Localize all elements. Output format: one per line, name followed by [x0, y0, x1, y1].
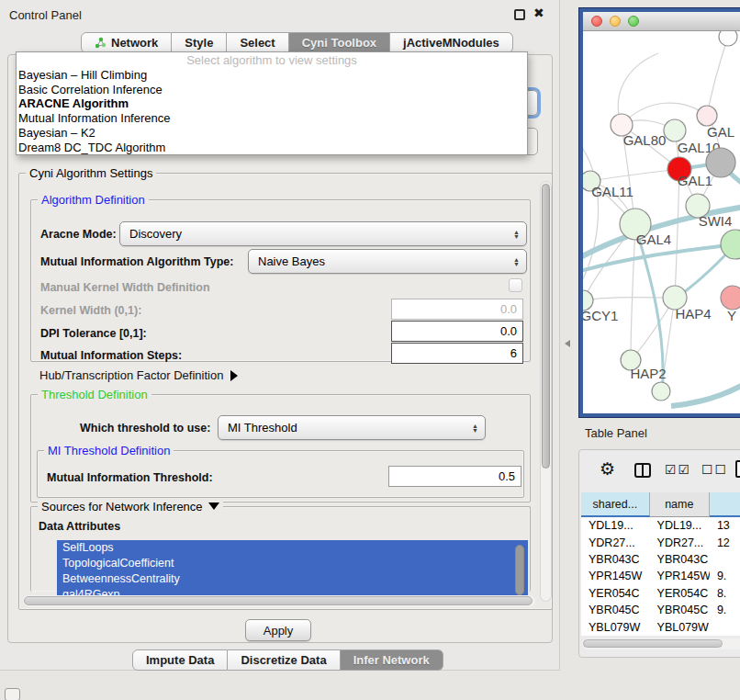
network-node[interactable]: [721, 230, 740, 259]
tab-jactivemnodules[interactable]: jActiveMNodules: [390, 32, 513, 53]
node-label: HAP2: [630, 366, 666, 381]
table-cell: 9.: [710, 602, 740, 618]
algorithm-option[interactable]: ARACNE Algorithm: [17, 96, 527, 111]
table-cell: YBR045C: [581, 602, 650, 618]
table-row[interactable]: YBL079WYBL079W: [581, 618, 740, 635]
settings-vscroll-thumb[interactable]: [542, 184, 550, 469]
dpi-tolerance-field[interactable]: 0.0: [391, 321, 523, 342]
tab-cyni-toolbox[interactable]: Cyni Toolbox: [289, 32, 390, 53]
settings-hscroll-thumb[interactable]: [24, 596, 533, 605]
node-label: GAL11: [591, 184, 633, 199]
mi-type-label: Mutual Information Algorithm Type:: [40, 255, 233, 268]
table-cell: YBR043C: [650, 551, 710, 568]
hub-definition-toggle[interactable]: Hub/Transcription Factor Definition: [39, 368, 238, 382]
tab-infer-network[interactable]: Infer Network: [341, 649, 443, 671]
network-node[interactable]: [652, 382, 670, 401]
control-panel-title: Control Panel: [9, 8, 82, 22]
aracne-mode-combo[interactable]: Discovery ▲▼: [119, 221, 527, 246]
expanded-arrow-icon: [208, 502, 219, 510]
table-horizontal-scrollbar[interactable]: [582, 638, 740, 649]
mi-steps-label: Mutual Information Steps:: [40, 349, 182, 362]
algorithm-popup-list: Bayesian – Hill ClimbingBasic Correlatio…: [17, 68, 527, 154]
settings-vertical-scrollbar[interactable]: [540, 181, 552, 602]
minimize-traffic-light-icon[interactable]: [610, 16, 621, 27]
network-node-gal10[interactable]: [664, 119, 686, 141]
mi-type-combo[interactable]: Naive Bayes ▲▼: [248, 249, 527, 274]
attributes-vscroll-thumb[interactable]: [515, 545, 524, 595]
tab-label: Select: [240, 36, 275, 50]
control-panel-tabs: NetworkStyleSelectCyni ToolboxjActiveMNo…: [81, 32, 513, 53]
document-icon[interactable]: [735, 460, 740, 478]
column-header[interactable]: name: [650, 492, 710, 517]
network-window-titlebar[interactable]: [583, 12, 740, 31]
cyni-algorithm-settings-group: Cyni Algorithm Settings Algorithm Defini…: [18, 173, 553, 610]
sources-title-text: Sources for Network Inference: [41, 500, 203, 514]
tab-impute-data[interactable]: Impute Data: [132, 649, 228, 671]
panel-collapse-grip[interactable]: [565, 340, 570, 347]
which-threshold-label: Which threshold to use:: [80, 422, 210, 435]
close-traffic-light-icon[interactable]: [591, 16, 602, 27]
kernel-width-field[interactable]: 0.0: [391, 299, 523, 320]
table-cell: 13: [710, 517, 740, 534]
tab-style[interactable]: Style: [172, 32, 227, 53]
table-cell: 9.: [710, 568, 740, 584]
network-node-y[interactable]: [721, 286, 740, 310]
network-node-gal[interactable]: [697, 106, 717, 126]
float-window-icon[interactable]: [514, 9, 525, 20]
mi-threshold-field[interactable]: 0.5: [388, 466, 521, 487]
table-row[interactable]: YDL19...YDL19...13: [581, 517, 740, 534]
algorithm-option[interactable]: Bayesian – Hill Climbing: [17, 68, 527, 83]
network-view-window: GALGAL80GAL10GAL1GAL11SWI4GAL4GCY1HAP4YH…: [578, 7, 740, 418]
table-cell: YPR145W: [581, 568, 650, 584]
table-row[interactable]: YER054CYER054C8.: [581, 585, 740, 602]
table-hscroll-thumb[interactable]: [583, 639, 723, 648]
mi-threshold-group-title: MI Threshold Definition: [44, 444, 174, 457]
tab-label: Cyni Toolbox: [302, 36, 376, 50]
table-cell: YDR27...: [650, 534, 710, 550]
table-cell: YBR045C: [650, 602, 710, 618]
sources-group: Sources for Network Inference Data Attri…: [30, 506, 531, 592]
close-icon[interactable]: ✖: [533, 6, 544, 20]
network-node[interactable]: [719, 31, 737, 46]
table-row[interactable]: YPR145WYPR145W9.: [581, 568, 740, 584]
checked-boxes-icon[interactable]: ☑☑: [665, 462, 691, 477]
zoom-traffic-light-icon[interactable]: [628, 16, 639, 27]
node-label: Y: [727, 308, 736, 323]
split-columns-icon[interactable]: [634, 463, 651, 478]
apply-button[interactable]: Apply: [245, 619, 311, 641]
tab-network[interactable]: Network: [81, 32, 172, 53]
algorithm-option[interactable]: Mutual Information Inference: [17, 111, 527, 126]
node-table: shared...name YDL19...YDL19...13YDR27...…: [581, 492, 740, 636]
table-cell: 8.: [710, 585, 740, 602]
table-cell: [710, 551, 740, 568]
sources-group-title[interactable]: Sources for Network Inference: [38, 500, 223, 514]
algorithm-option[interactable]: Basic Correlation Inference: [17, 83, 527, 97]
table-cell: YDR27...: [581, 534, 650, 550]
tab-discretize-data[interactable]: Discretize Data: [228, 649, 340, 671]
tab-label: Infer Network: [353, 653, 430, 667]
column-header[interactable]: shared...: [581, 492, 650, 517]
gear-icon[interactable]: ⚙: [600, 459, 615, 480]
unchecked-boxes-icon[interactable]: ☐☐: [701, 462, 728, 477]
table-cell: YBL079W: [581, 618, 650, 635]
network-node[interactable]: [706, 148, 735, 177]
collapsed-panel-icon[interactable]: [5, 688, 20, 700]
settings-horizontal-scrollbar[interactable]: [23, 595, 535, 607]
tab-select[interactable]: Select: [227, 32, 288, 53]
table-row[interactable]: YBR043CYBR043C: [581, 551, 740, 568]
table-row[interactable]: YDR27...YDR27...12: [581, 534, 740, 550]
network-canvas[interactable]: GALGAL80GAL10GAL1GAL11SWI4GAL4GCY1HAP4YH…: [583, 31, 740, 413]
mi-steps-field[interactable]: 6: [391, 343, 523, 364]
which-threshold-combo[interactable]: MI Threshold ▲▼: [218, 415, 486, 440]
attribute-list-item[interactable]: SelfLoops: [57, 540, 528, 556]
table-row[interactable]: YBR045CYBR045C9.: [581, 602, 740, 618]
node-label: SWI4: [699, 213, 733, 229]
manual-kernel-checkbox[interactable]: [509, 278, 522, 292]
attribute-list-item[interactable]: BetweennessCentrality: [57, 571, 528, 587]
algorithm-option[interactable]: Bayesian – K2: [17, 126, 527, 141]
column-header[interactable]: [710, 492, 740, 517]
table-cell: YDL19...: [581, 517, 650, 534]
attribute-list-item[interactable]: TopologicalCoefficient: [57, 556, 528, 571]
algorithm-option[interactable]: Dream8 DC_TDC Algorithm: [17, 141, 527, 155]
tab-label: Discretize Data: [241, 653, 326, 667]
